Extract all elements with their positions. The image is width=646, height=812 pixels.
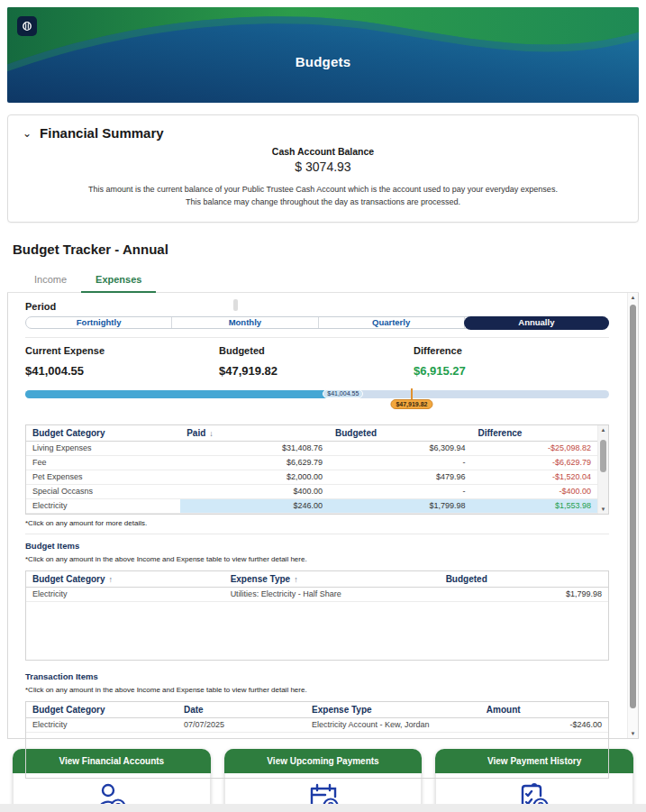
category-table-scrollbar[interactable]: ▲ ▼	[597, 425, 608, 514]
budget-tracker-title: Budget Tracker - Annual	[13, 242, 639, 257]
category-cell: Special Occasns	[26, 484, 180, 498]
table-row: Fee $6,629.79 - -$6,629.79	[26, 455, 597, 470]
category-cell: Pet Expenses	[26, 470, 180, 484]
budget-progress-bar: $41,004.55 $47,919.82	[25, 390, 609, 417]
difference-cell[interactable]: -$6,629.79	[472, 455, 598, 470]
paid-cell[interactable]: $31,408.76	[180, 441, 329, 455]
sort-down-icon: ↓	[209, 429, 214, 438]
table-row: Electricity Utilities: Electricity - Hal…	[26, 587, 608, 601]
difference-value: $6,915.27	[414, 364, 609, 378]
budget-items-table: Budget Category↑ Expense Type↑ Budgeted …	[26, 571, 608, 602]
tab-income[interactable]: Income	[20, 270, 81, 292]
difference-cell[interactable]: -$400.00	[472, 484, 598, 498]
scroll-up-icon[interactable]: ▲	[628, 295, 638, 300]
paid-cell[interactable]: $400.00	[180, 484, 329, 498]
table-row: Pet Expenses $2,000.00 $479.96 -$1,520.0…	[26, 470, 597, 484]
budgeted-value: $47,919.82	[219, 364, 414, 378]
tracker-panel: Period Fortnightly Monthly Quarterly Ann…	[7, 293, 639, 739]
transaction-items-table-container: Budget Category Date Expense Type Amount…	[25, 701, 609, 779]
expense-summary: Current Expense $41,004.55 Budgeted $47,…	[25, 345, 609, 378]
paid-cell[interactable]: $246.00	[180, 498, 329, 513]
cash-balance-label: Cash Account Balance	[23, 146, 623, 157]
transaction-items-note: *Click on any amount in the above Income…	[25, 686, 609, 694]
category-cell: Electricity	[26, 587, 224, 601]
expense-type-cell: Utilities: Electricity - Half Share	[224, 587, 440, 601]
financial-summary-title: Financial Summary	[40, 125, 164, 141]
col-header-date[interactable]: Date	[177, 702, 305, 718]
balance-note: This amount is the current balance of yo…	[23, 184, 623, 209]
budgeted-cell[interactable]: -	[329, 484, 472, 498]
tracker-tabs: Income Expenses	[7, 270, 639, 293]
difference-cell[interactable]: -$1,520.04	[472, 470, 598, 484]
budget-items-note: *Click on any amount in the above Income…	[25, 555, 609, 563]
col-header-expense-type[interactable]: Expense Type↑	[224, 571, 440, 588]
page: Budgets ⌄ Financial Summary Cash Account…	[0, 0, 646, 812]
current-expense-label: Current Expense	[25, 345, 219, 356]
chevron-down-icon[interactable]: ⌄	[23, 129, 32, 138]
transaction-items-table: Budget Category Date Expense Type Amount…	[26, 702, 608, 733]
budgeted-cell[interactable]: $1,799.98	[329, 498, 472, 513]
col-header-expense-type[interactable]: Expense Type	[305, 702, 480, 718]
financial-summary-header[interactable]: ⌄ Financial Summary	[23, 125, 623, 141]
col-header-budget-category[interactable]: Budget Category↑	[26, 571, 224, 588]
current-expense-value: $41,004.55	[25, 364, 219, 378]
tab-expenses[interactable]: Expenses	[81, 270, 156, 293]
progress-fill: $41,004.55	[25, 390, 359, 398]
financial-summary-card: ⌄ Financial Summary Cash Account Balance…	[7, 114, 639, 223]
scroll-down-icon[interactable]: ▼	[598, 506, 608, 512]
date-cell: 07/07/2025	[177, 717, 305, 732]
category-table: Budget Category Paid↓ Budgeted Differenc…	[26, 425, 597, 514]
logo-icon	[22, 21, 32, 32]
budgeted-cell[interactable]: -	[329, 455, 472, 470]
budget-amount-badge: $47,919.82	[390, 399, 432, 409]
budgeted-cell[interactable]: $1,799.98	[440, 587, 608, 601]
page-title: Budgets	[7, 54, 639, 69]
scroll-up-icon[interactable]: ▲	[598, 427, 608, 433]
budgeted-cell[interactable]: $6,309.94	[329, 441, 472, 455]
transaction-items-title: Transaction Items	[25, 671, 609, 681]
difference-cell[interactable]: $1,553.98	[472, 498, 598, 513]
table-row: Special Occasns $400.00 - -$400.00	[26, 484, 597, 498]
category-table-container: Budget Category Paid↓ Budgeted Differenc…	[25, 424, 609, 515]
table-row: Electricity 07/07/2025 Electricity Accou…	[26, 717, 608, 732]
panel-scrollbar[interactable]: ▲ ▼	[627, 293, 638, 738]
budgeted-cell[interactable]: $479.96	[329, 470, 472, 484]
cash-balance-value: $ 3074.93	[23, 160, 623, 174]
table-row: Living Expenses $31,408.76 $6,309.94 -$2…	[26, 441, 597, 455]
scrollbar-thumb[interactable]	[630, 305, 636, 708]
col-header-budget-category[interactable]: Budget Category	[26, 425, 180, 442]
period-option-monthly[interactable]: Monthly	[172, 317, 318, 328]
amount-cell[interactable]: -$246.00	[480, 717, 608, 732]
col-header-budget-category[interactable]: Budget Category	[26, 702, 177, 718]
page-banner: Budgets	[7, 7, 639, 103]
footer-strip	[0, 804, 646, 812]
period-option-quarterly[interactable]: Quarterly	[319, 317, 465, 328]
period-option-fortnightly[interactable]: Fortnightly	[26, 317, 172, 328]
difference-cell[interactable]: -$25,098.82	[472, 441, 598, 455]
category-cell: Living Expenses	[26, 441, 180, 455]
category-cell: Electricity	[26, 717, 177, 732]
expense-type-cell: Electricity Account - Kew, Jordan	[305, 717, 480, 732]
paid-cell[interactable]: $6,629.79	[180, 455, 329, 470]
progress-track: $41,004.55 $47,919.82	[25, 390, 609, 398]
category-cell: Electricity	[26, 498, 180, 513]
col-header-difference[interactable]: Difference	[472, 425, 598, 442]
scroll-down-icon[interactable]: ▼	[628, 731, 638, 736]
paid-amount-label: $41,004.55	[323, 389, 363, 398]
col-header-budgeted[interactable]: Budgeted	[440, 571, 608, 588]
col-header-amount[interactable]: Amount	[480, 702, 608, 718]
period-label: Period	[25, 301, 56, 312]
col-header-budgeted[interactable]: Budgeted	[329, 425, 472, 442]
sort-up-icon: ↑	[294, 575, 298, 584]
category-table-footnote: *Click on any amount for more details.	[25, 519, 609, 527]
col-header-paid[interactable]: Paid↓	[180, 425, 329, 442]
paid-cell[interactable]: $2,000.00	[180, 470, 329, 484]
divider-handle[interactable]	[233, 299, 238, 311]
period-option-annually[interactable]: Annually	[464, 316, 609, 330]
period-segmented-control: Fortnightly Monthly Quarterly Annually	[25, 316, 609, 329]
budgeted-label: Budgeted	[219, 345, 414, 356]
scrollbar-thumb[interactable]	[600, 440, 606, 472]
budget-items-table-container: Budget Category↑ Expense Type↑ Budgeted …	[25, 570, 609, 661]
app-logo-badge	[17, 16, 37, 36]
budget-items-title: Budget Items	[25, 541, 609, 551]
